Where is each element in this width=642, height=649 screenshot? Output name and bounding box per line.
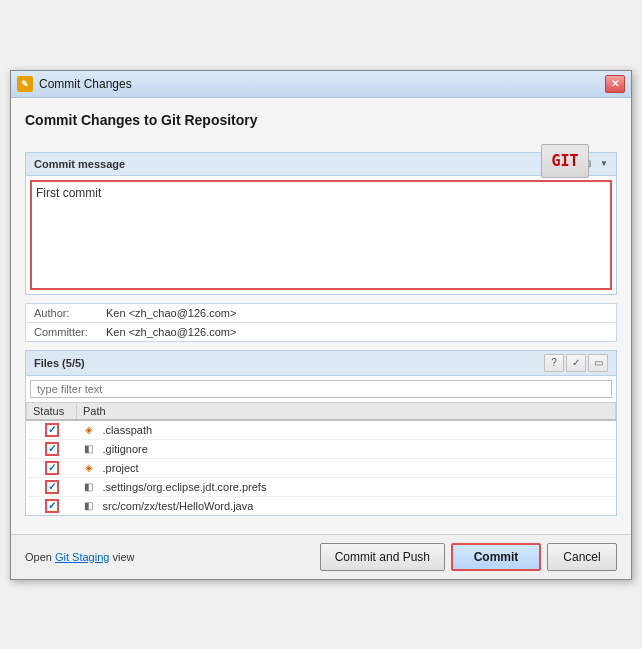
cancel-button[interactable]: Cancel [547,543,617,571]
author-row: Author: Ken <zh_chao@126.com> [26,304,616,323]
header-row: Commit Changes to Git Repository GIT [25,112,617,152]
file-checkbox-cell-4: ✓ [27,477,77,496]
git-logo: GIT [541,144,589,178]
files-table-body: ✓ ◈ .classpath ✓ ◧ [27,420,616,515]
files-header: Files (5/5) ? ✓ ▭ [25,350,617,375]
action-buttons: Commit and Push Commit Cancel [320,543,617,571]
file-path-cell-2: ◧ .gitignore [77,439,616,458]
commit-message-input[interactable]: First commit [30,180,612,290]
files-section: Files (5/5) ? ✓ ▭ Status [25,350,617,516]
committer-value: Ken <zh_chao@126.com> [106,326,236,338]
file-icon-1: ◈ [81,423,97,437]
commit-dialog: ✎ Commit Changes ✕ Commit Changes to Git… [10,70,632,580]
title-bar: ✎ Commit Changes ✕ [11,71,631,98]
title-bar-left: ✎ Commit Changes [17,76,132,92]
file-path-1: .classpath [103,423,153,435]
collapse-icon[interactable]: ▭ [588,354,608,372]
files-table: Status Path ✓ [26,402,616,515]
commit-message-label: Commit message [34,158,125,170]
files-body: Status Path ✓ [25,375,617,516]
table-header-row: Status Path [27,402,616,420]
files-header-icons: ? ✓ ▭ [544,354,608,372]
file-checkbox-4[interactable]: ✓ [45,480,59,494]
staging-text-suffix: view [109,551,134,563]
file-path-4: .settings/org.eclipse.jdt.core.prefs [103,480,267,492]
file-icon-5: ◧ [81,499,97,513]
file-path-3: .project [103,461,139,473]
staging-text-prefix: Open [25,551,55,563]
window-content: Commit Changes to Git Repository GIT Com… [11,98,631,534]
table-row: ✓ ◧ .settings/org.eclipse.jdt.core.prefs [27,477,616,496]
files-count-label: Files (5/5) [34,357,85,369]
file-checkbox-1[interactable]: ✓ [45,423,59,437]
help-icon[interactable]: ? [544,354,564,372]
author-label: Author: [34,307,106,319]
dialog-main-title: Commit Changes to Git Repository [25,112,258,128]
file-icon-2: ◧ [81,442,97,456]
staging-link-area: Open Git Staging view [25,551,134,563]
file-checkbox-cell-1: ✓ [27,420,77,440]
git-staging-link[interactable]: Git Staging [55,551,109,563]
committer-row: Committer: Ken <zh_chao@126.com> [26,323,616,341]
filter-input[interactable] [30,380,612,398]
file-path-5: src/com/zx/test/HelloWord.java [103,499,254,511]
file-icon-3: ◈ [81,461,97,475]
check-all-icon[interactable]: ✓ [566,354,586,372]
committer-label: Committer: [34,326,106,338]
file-path-cell-3: ◈ .project [77,458,616,477]
commit-and-push-button[interactable]: Commit and Push [320,543,445,571]
window-icon: ✎ [17,76,33,92]
file-path-cell-1: ◈ .classpath [77,420,616,440]
file-checkbox-cell-3: ✓ [27,458,77,477]
table-row: ✓ ◧ src/com/zx/test/HelloWord.java [27,496,616,515]
file-checkbox-5[interactable]: ✓ [45,499,59,513]
file-checkbox-cell-2: ✓ [27,439,77,458]
table-row: ✓ ◈ .project [27,458,616,477]
author-value: Ken <zh_chao@126.com> [106,307,236,319]
table-row: ✓ ◈ .classpath [27,420,616,440]
status-column-header: Status [27,402,77,420]
commit-textarea-container: First commit [26,176,616,294]
table-row: ✓ ◧ .gitignore [27,439,616,458]
file-checkbox-2[interactable]: ✓ [45,442,59,456]
file-path-cell-4: ◧ .settings/org.eclipse.jdt.core.prefs [77,477,616,496]
toolbar-dropdown[interactable]: ▼ [600,159,608,168]
path-column-header: Path [77,402,616,420]
close-button[interactable]: ✕ [605,75,625,93]
window-title: Commit Changes [39,77,132,91]
file-checkbox-3[interactable]: ✓ [45,461,59,475]
commit-message-header: Commit message ✉ ≡ ⊞ ▼ [26,153,616,176]
file-path-cell-5: ◧ src/com/zx/test/HelloWord.java [77,496,616,515]
commit-message-section: Commit message ✉ ≡ ⊞ ▼ First commit [25,152,617,295]
file-path-2: .gitignore [103,442,148,454]
file-icon-4: ◧ [81,480,97,494]
commit-button[interactable]: Commit [451,543,541,571]
meta-section: Author: Ken <zh_chao@126.com> Committer:… [25,303,617,342]
file-checkbox-cell-5: ✓ [27,496,77,515]
footer-bar: Open Git Staging view Commit and Push Co… [11,534,631,579]
